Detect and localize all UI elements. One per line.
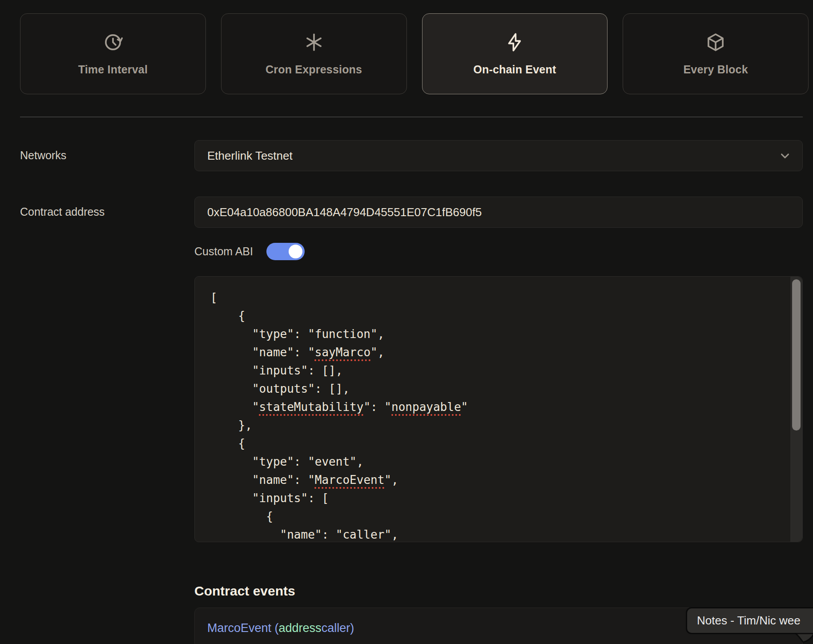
custom-abi-label: Custom ABI (194, 245, 253, 258)
event-signature-segment: MarcoEvent ( (207, 621, 279, 635)
code-line: { (210, 435, 776, 453)
contract-events-heading: Contract events (194, 584, 295, 599)
event-signature-segment: address (279, 621, 322, 635)
trigger-card-time-interval[interactable]: Time Interval (20, 13, 206, 94)
code-line: { (210, 307, 776, 325)
trigger-card-on-chain-event[interactable]: On-chain Event (422, 13, 608, 94)
scrollbar-thumb[interactable] (792, 279, 801, 431)
abi-code-editor[interactable]: [ { "type": "function", "name": "sayMarc… (194, 276, 803, 542)
code-line: [ (210, 289, 776, 307)
code-line: "inputs": [], (210, 362, 776, 380)
notes-window-tab[interactable]: Notes - Tim/Nic wee (687, 608, 813, 633)
trigger-config-page: Time IntervalCron ExpressionsOn-chain Ev… (0, 0, 813, 644)
code-line: "type": "function", (210, 325, 776, 343)
contract-address-input[interactable]: 0xE04a10a86800BA148A4794D45551E07C1fB690… (194, 197, 803, 228)
clock-history-icon (103, 32, 123, 52)
trigger-type-cards: Time IntervalCron ExpressionsOn-chain Ev… (20, 13, 809, 94)
abi-code-content: [ { "type": "function", "name": "sayMarc… (195, 277, 802, 542)
asterisk-icon (304, 32, 324, 52)
toggle-knob (289, 245, 302, 258)
notes-window-tab-tail (794, 632, 813, 644)
trigger-card-cron-expressions[interactable]: Cron Expressions (221, 13, 407, 94)
code-line: "name": "MarcoEvent", (210, 471, 776, 489)
trigger-card-label: On-chain Event (473, 63, 556, 76)
trigger-card-label: Cron Expressions (266, 63, 362, 76)
trigger-card-label: Every Block (683, 63, 748, 76)
event-signature-segment: caller) (322, 621, 354, 635)
code-line: }, (210, 416, 776, 435)
chevron-down-icon (778, 149, 792, 162)
custom-abi-row: Custom ABI (194, 242, 305, 260)
scrollbar-track[interactable] (790, 277, 802, 542)
trigger-card-every-block[interactable]: Every Block (623, 13, 809, 94)
code-line: "type": "event", (210, 453, 776, 471)
code-line: "stateMutability": "nonpayable" (210, 398, 776, 416)
code-line: { (210, 507, 776, 526)
code-line: "inputs": [ (210, 489, 776, 507)
contract-address-value: 0xE04a10a86800BA148A4794D45551E07C1fB690… (207, 205, 482, 219)
custom-abi-toggle[interactable] (266, 243, 305, 260)
networks-selected-value: Etherlink Testnet (207, 149, 293, 163)
networks-select[interactable]: Etherlink Testnet (194, 140, 803, 171)
code-line: "outputs": [], (210, 380, 776, 398)
section-divider (20, 117, 803, 117)
cube-icon (705, 32, 726, 52)
code-line: "name": "caller", (210, 526, 776, 542)
lightning-icon (504, 32, 525, 52)
code-line: "name": "sayMarco", (210, 343, 776, 362)
contract-address-label: Contract address (20, 205, 105, 218)
networks-label: Networks (20, 149, 66, 162)
notes-window-tab-label: Notes - Tim/Nic wee (697, 614, 801, 628)
trigger-card-label: Time Interval (78, 63, 148, 76)
